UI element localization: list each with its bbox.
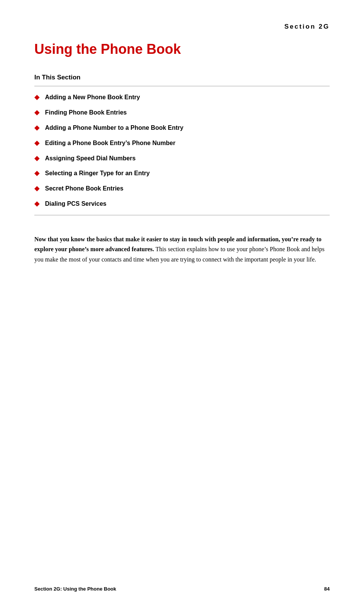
list-item: ◆ Finding Phone Book Entries — [34, 108, 330, 117]
bullet-icon: ◆ — [34, 200, 40, 207]
intro-section: Now that you know the basics that make i… — [34, 234, 330, 265]
toc-item-label: Finding Phone Book Entries — [45, 109, 127, 117]
list-item: ◆ Adding a New Phone Book Entry — [34, 93, 330, 102]
toc-item-label: Dialing PCS Services — [45, 200, 106, 208]
bullet-icon: ◆ — [34, 185, 40, 192]
bullet-icon: ◆ — [34, 124, 40, 131]
list-item: ◆ Secret Phone Book Entries — [34, 184, 330, 193]
bullet-icon: ◆ — [34, 94, 40, 100]
footer-page-number: 84 — [324, 586, 330, 592]
list-item: ◆ Assigning Speed Dial Numbers — [34, 154, 330, 163]
toc-item-label: Editing a Phone Book Entry’s Phone Numbe… — [45, 139, 176, 147]
list-item: ◆ Selecting a Ringer Type for an Entry — [34, 169, 330, 178]
toc-item-label: Adding a New Phone Book Entry — [45, 94, 140, 102]
list-item: ◆ Adding a Phone Number to a Phone Book … — [34, 124, 330, 132]
toc-list: ◆ Adding a New Phone Book Entry ◆ Findin… — [34, 93, 330, 208]
bullet-icon: ◆ — [34, 155, 40, 161]
footer: Section 2G: Using the Phone Book 84 — [34, 586, 330, 592]
page-title: Using the Phone Book — [34, 41, 330, 57]
intro-paragraph: Now that you know the basics that make i… — [34, 234, 330, 265]
toc-item-label: Secret Phone Book Entries — [45, 185, 123, 193]
list-item: ◆ Dialing PCS Services — [34, 200, 330, 208]
toc-heading: In This Section — [34, 74, 330, 81]
page: Section 2G Using the Phone Book In This … — [0, 0, 364, 607]
toc-top-divider — [34, 86, 330, 86]
intro-bold-text: Now that you know the basics that make i… — [34, 236, 321, 252]
list-item: ◆ Editing a Phone Book Entry’s Phone Num… — [34, 139, 330, 147]
toc-item-label: Assigning Speed Dial Numbers — [45, 155, 135, 163]
bullet-icon: ◆ — [34, 139, 40, 146]
toc-item-label: Selecting a Ringer Type for an Entry — [45, 170, 150, 178]
toc-item-label: Adding a Phone Number to a Phone Book En… — [45, 124, 184, 132]
footer-left-text: Section 2G: Using the Phone Book — [34, 586, 116, 592]
bullet-icon: ◆ — [34, 109, 40, 116]
section-label: Section 2G — [34, 23, 330, 31]
toc-section: In This Section ◆ Adding a New Phone Boo… — [34, 74, 330, 230]
bullet-icon: ◆ — [34, 170, 40, 176]
toc-bottom-divider — [34, 215, 330, 215]
